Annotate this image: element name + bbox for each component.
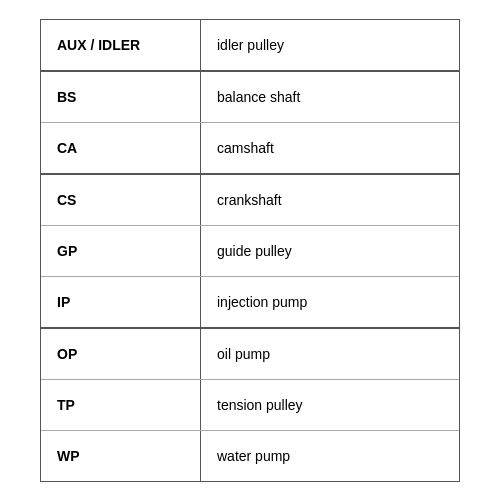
table-row: CAcamshaft [41,123,459,175]
table-row: GPguide pulley [41,226,459,277]
table-row: BSbalance shaft [41,72,459,123]
cell-description: water pump [201,431,459,481]
cell-description: camshaft [201,123,459,173]
cell-code: CS [41,175,201,225]
cell-description: injection pump [201,277,459,327]
cell-code: OP [41,329,201,379]
cell-code: CA [41,123,201,173]
cell-description: crankshaft [201,175,459,225]
cell-description: oil pump [201,329,459,379]
cell-description: idler pulley [201,20,459,70]
cell-description: tension pulley [201,380,459,430]
cell-description: balance shaft [201,72,459,122]
table-row: AUX / IDLERidler pulley [41,20,459,72]
cell-code: BS [41,72,201,122]
cell-code: WP [41,431,201,481]
cell-code: GP [41,226,201,276]
table-row: WPwater pump [41,431,459,481]
abbreviation-table: AUX / IDLERidler pulleyBSbalance shaftCA… [40,19,460,482]
cell-code: AUX / IDLER [41,20,201,70]
table-row: CScrankshaft [41,175,459,226]
table-row: OPoil pump [41,329,459,380]
table-row: TPtension pulley [41,380,459,431]
cell-description: guide pulley [201,226,459,276]
cell-code: TP [41,380,201,430]
table-row: IPinjection pump [41,277,459,329]
cell-code: IP [41,277,201,327]
